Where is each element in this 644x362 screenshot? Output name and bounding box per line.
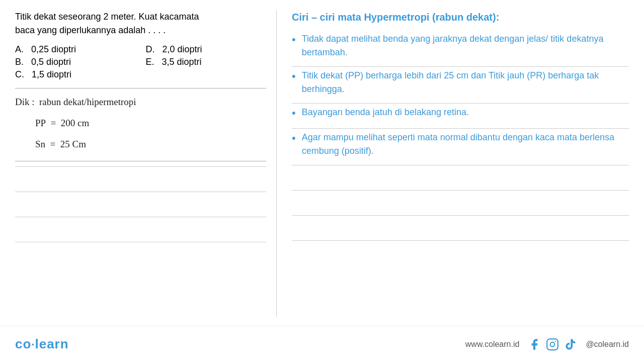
option-e: E. 3,5 dioptri <box>146 57 267 67</box>
facebook-icon <box>527 337 541 351</box>
solution-section: Dik : rabun dekat/hipermetropi PP = 200 … <box>15 93 266 154</box>
divider-2 <box>15 161 266 161</box>
sn-line: Sn = 25 Cm <box>35 135 266 154</box>
right-empty-area <box>292 165 629 241</box>
bullet-text-1: Tidak dapat melihat benda yang jaraknya … <box>302 32 629 59</box>
bullet-text-3: Bayangan benda jatuh di belakang retina. <box>302 106 629 119</box>
bullet-dot-2: • <box>292 68 296 84</box>
logo-co: co <box>15 336 31 351</box>
bullet-dot-4: • <box>292 130 296 146</box>
svg-point-2 <box>555 340 556 341</box>
bullet-item-2: • Titik dekat (PP) berharga lebih dari 2… <box>292 69 629 96</box>
bullet-item-1: • Tidak dapat melihat benda yang jarakny… <box>292 32 629 59</box>
pp-line: PP = 200 cm <box>35 114 266 133</box>
footer: co·learn www.colearn.id <box>0 326 644 362</box>
svg-rect-0 <box>547 339 558 350</box>
option-a: A. 0,25 dioptri <box>15 44 136 55</box>
tiktok-icon <box>564 337 578 351</box>
question-text: Titik dekat seseorang 2 meter. Kuat kaca… <box>15 10 266 37</box>
footer-handle: @colearn.id <box>586 340 629 349</box>
bullet-list: • Tidak dapat melihat benda yang jarakny… <box>292 32 629 158</box>
options-grid: A. 0,25 dioptri D. 2,0 dioptri B. 0,5 di… <box>15 44 266 80</box>
option-b: B. 0,5 dioptri <box>15 57 136 67</box>
footer-right: www.colearn.id <box>465 337 629 351</box>
main-content: Titik dekat seseorang 2 meter. Kuat kaca… <box>0 0 644 322</box>
empty-content-area <box>15 166 266 242</box>
bullet-text-4: Agar mampu melihat seperti mata normal d… <box>302 131 629 158</box>
right-panel: Ciri – ciri mata Hypermetropi (rabun dek… <box>277 10 629 317</box>
bullet-item-4: • Agar mampu melihat seperti mata normal… <box>292 131 629 158</box>
footer-icons <box>527 337 578 351</box>
instagram-icon <box>545 337 559 351</box>
bullet-dot-1: • <box>292 31 296 48</box>
bullet-item-3: • Bayangan benda jatuh di belakang retin… <box>292 106 629 121</box>
footer-website: www.colearn.id <box>465 340 520 349</box>
option-c: C. 1,5 dioptri <box>15 69 136 80</box>
left-panel: Titik dekat seseorang 2 meter. Kuat kaca… <box>15 10 277 317</box>
bullet-dot-3: • <box>292 105 296 121</box>
option-d: D. 2,0 dioptri <box>146 44 267 55</box>
diketahui-line: Dik : rabun dekat/hipermetropi <box>15 93 266 112</box>
right-title: Ciri – ciri mata Hypermetropi (rabun dek… <box>292 10 629 24</box>
logo-learn: learn <box>35 336 68 351</box>
bullet-text-2: Titik dekat (PP) berharga lebih dari 25 … <box>302 69 629 96</box>
divider-1 <box>15 88 266 88</box>
footer-logo: co·learn <box>15 336 69 352</box>
svg-point-1 <box>550 342 555 346</box>
